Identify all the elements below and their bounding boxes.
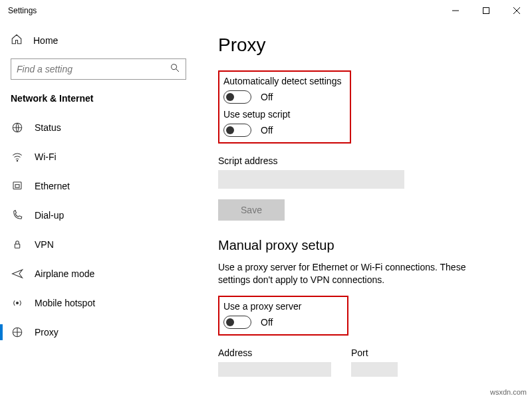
svg-rect-9	[15, 185, 19, 188]
sidebar-item-airplane[interactable]: Airplane mode	[0, 259, 200, 288]
sidebar-item-label: Wi-Fi	[35, 151, 57, 162]
sidebar-item-ethernet[interactable]: Ethernet	[0, 171, 200, 201]
sidebar-item-label: Mobile hotspot	[35, 298, 95, 308]
sidebar-item-wifi[interactable]: Wi-Fi	[0, 142, 200, 171]
setup-script-label: Use setup script	[223, 109, 343, 120]
svg-point-7	[17, 160, 18, 161]
auto-detect-state: Off	[261, 92, 273, 102]
script-address-input[interactable]	[218, 170, 404, 189]
sidebar-item-vpn[interactable]: VPN	[0, 230, 200, 259]
auto-detect-label: Automatically detect settings	[223, 76, 343, 86]
proxy-icon	[11, 326, 24, 338]
wifi-icon	[11, 151, 24, 163]
sidebar-item-dialup[interactable]: Dial-up	[0, 201, 200, 230]
titlebar: Settings	[0, 0, 532, 21]
manual-section-title: Manual proxy setup	[218, 238, 513, 253]
category-header: Network & Internet	[0, 88, 200, 113]
globe-icon	[11, 122, 24, 134]
port-label: Port	[351, 348, 398, 358]
svg-point-4	[172, 64, 177, 70]
watermark: wsxdn.com	[490, 388, 527, 396]
search-input[interactable]	[11, 58, 186, 80]
sidebar: Home Network & Internet Status Wi-Fi E	[0, 21, 200, 400]
airplane-icon	[11, 268, 24, 280]
vpn-icon	[11, 239, 24, 250]
home-icon	[11, 33, 23, 48]
svg-rect-10	[15, 244, 20, 248]
address-label: Address	[218, 348, 331, 358]
port-input[interactable]	[351, 362, 398, 377]
use-proxy-state: Off	[261, 317, 273, 328]
manual-section-desc: Use a proxy server for Ethernet or Wi-Fi…	[218, 261, 497, 286]
close-button[interactable]	[501, 0, 532, 21]
use-proxy-label: Use a proxy server	[223, 301, 340, 312]
home-label: Home	[33, 35, 58, 46]
auto-proxy-highlight: Automatically detect settings Off Use se…	[218, 70, 351, 144]
use-proxy-toggle[interactable]	[223, 316, 251, 329]
setup-script-state: Off	[261, 125, 273, 136]
sidebar-item-label: Status	[35, 122, 61, 133]
search-field[interactable]	[17, 64, 170, 74]
sidebar-item-proxy[interactable]: Proxy	[0, 318, 200, 347]
sidebar-item-label: VPN	[35, 239, 54, 250]
minimize-button[interactable]	[440, 0, 471, 21]
manual-proxy-highlight: Use a proxy server Off	[218, 296, 348, 336]
sidebar-item-label: Proxy	[35, 327, 59, 338]
svg-point-11	[17, 302, 19, 304]
setup-script-toggle[interactable]	[223, 124, 251, 137]
window-controls	[440, 0, 532, 21]
address-input[interactable]	[218, 362, 331, 377]
main-content: Proxy Automatically detect settings Off …	[200, 21, 532, 400]
phone-icon	[11, 209, 24, 221]
sidebar-item-status[interactable]: Status	[0, 113, 200, 142]
hotspot-icon	[11, 297, 24, 309]
svg-line-5	[176, 69, 179, 72]
svg-rect-8	[13, 182, 21, 189]
auto-detect-toggle[interactable]	[223, 90, 251, 104]
sidebar-item-label: Dial-up	[35, 210, 64, 221]
save-button[interactable]: Save	[218, 199, 285, 221]
sidebar-item-hotspot[interactable]: Mobile hotspot	[0, 288, 200, 318]
sidebar-item-label: Ethernet	[35, 181, 70, 191]
svg-rect-1	[483, 8, 489, 14]
sidebar-item-label: Airplane mode	[35, 268, 94, 279]
maximize-button[interactable]	[471, 0, 501, 21]
ethernet-icon	[11, 180, 24, 192]
page-title: Proxy	[218, 35, 513, 56]
search-icon	[170, 62, 180, 76]
home-nav[interactable]: Home	[0, 27, 200, 54]
script-address-label: Script address	[218, 155, 513, 166]
window-title: Settings	[8, 6, 440, 15]
